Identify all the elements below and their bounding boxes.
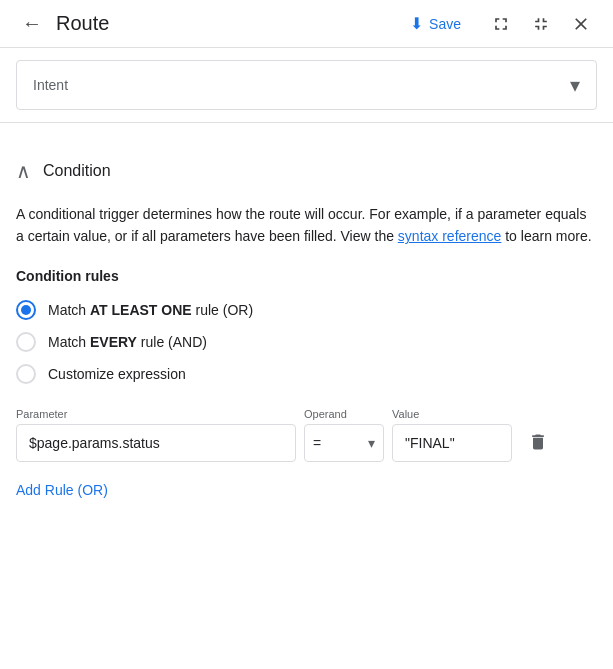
- collapse-button[interactable]: [525, 8, 557, 40]
- delete-icon: [528, 432, 548, 452]
- back-icon: ←: [22, 12, 42, 35]
- intent-dropdown[interactable]: Intent ▾: [16, 60, 597, 110]
- chevron-down-icon: ▾: [570, 73, 580, 97]
- close-button[interactable]: [565, 8, 597, 40]
- expand-icon: [491, 14, 511, 34]
- parameter-label: Parameter: [16, 408, 296, 420]
- close-icon: [571, 14, 591, 34]
- expand-button[interactable]: [485, 8, 517, 40]
- condition-description: A conditional trigger determines how the…: [16, 203, 597, 248]
- operand-field-group: Operand = ▾: [304, 408, 384, 462]
- parameter-input[interactable]: [16, 424, 296, 462]
- radio-at-least-one[interactable]: Match AT LEAST ONE rule (OR): [16, 300, 597, 320]
- add-rule-label: Add Rule (OR): [16, 482, 108, 498]
- value-input[interactable]: [392, 424, 512, 462]
- syntax-reference-link[interactable]: syntax reference: [398, 228, 502, 244]
- radio-at-least-one-circle[interactable]: [16, 300, 36, 320]
- radio-customize[interactable]: Customize expression: [16, 364, 597, 384]
- rule-row: Parameter Operand = ▾ Value: [16, 408, 597, 462]
- operand-select[interactable]: = ▾: [304, 424, 384, 462]
- header-icons: [485, 8, 597, 40]
- condition-title: Condition: [43, 162, 111, 180]
- radio-at-least-one-label: Match AT LEAST ONE rule (OR): [48, 302, 253, 318]
- collapse-icon: [531, 14, 551, 34]
- value-label: Value: [392, 408, 512, 420]
- condition-rules-label: Condition rules: [16, 268, 597, 284]
- parameter-field-group: Parameter: [16, 408, 296, 462]
- radio-group: Match AT LEAST ONE rule (OR) Match EVERY…: [16, 300, 597, 384]
- header: ← Route ⬇ Save: [0, 0, 613, 48]
- radio-every[interactable]: Match EVERY rule (AND): [16, 332, 597, 352]
- intent-section: Intent ▾: [0, 48, 613, 123]
- back-button[interactable]: ←: [16, 8, 48, 40]
- value-field-group: Value: [392, 408, 512, 462]
- page-title: Route: [56, 12, 394, 35]
- radio-customize-label: Customize expression: [48, 366, 186, 382]
- save-button[interactable]: ⬇ Save: [402, 8, 469, 39]
- intent-placeholder: Intent: [33, 77, 68, 93]
- condition-header[interactable]: ∧ Condition: [16, 147, 597, 195]
- operand-chevron-icon: ▾: [368, 435, 375, 451]
- add-rule-button[interactable]: Add Rule (OR): [16, 478, 108, 502]
- radio-customize-circle[interactable]: [16, 364, 36, 384]
- save-icon: ⬇: [410, 14, 423, 33]
- delete-rule-button[interactable]: [520, 422, 556, 462]
- radio-every-circle[interactable]: [16, 332, 36, 352]
- condition-section: ∧ Condition A conditional trigger determ…: [0, 147, 613, 518]
- section-collapse-icon: ∧: [16, 159, 31, 183]
- operand-value: =: [313, 435, 321, 451]
- spacer: [0, 123, 613, 147]
- save-label: Save: [429, 16, 461, 32]
- operand-label: Operand: [304, 408, 384, 420]
- radio-every-label: Match EVERY rule (AND): [48, 334, 207, 350]
